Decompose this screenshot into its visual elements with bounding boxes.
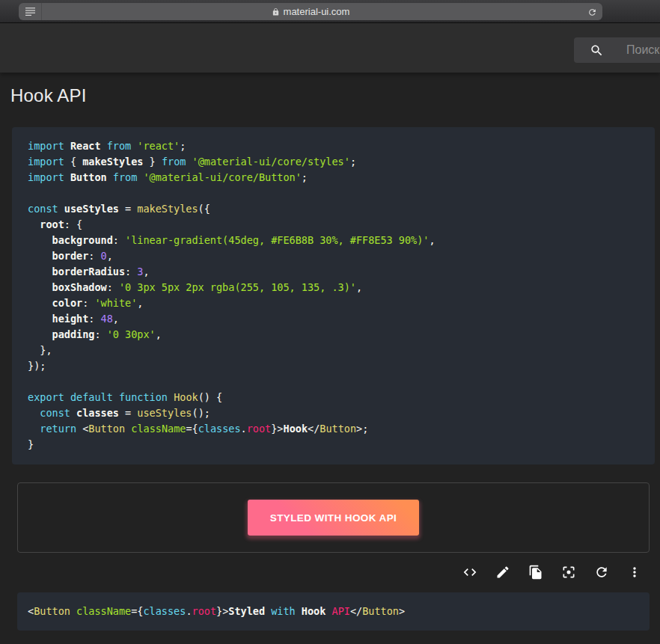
styled-button[interactable]: STYLED WITH HOOK API — [248, 500, 420, 536]
refresh-icon — [594, 565, 609, 580]
lock-icon — [272, 7, 280, 16]
app-bar: Поиск — [0, 23, 660, 73]
page-title: Hook API — [10, 85, 87, 106]
search-box[interactable]: Поиск — [574, 37, 660, 63]
copy-button[interactable] — [528, 564, 543, 580]
show-code-button[interactable] — [462, 564, 477, 580]
code-icon — [462, 564, 477, 580]
demo-container: STYLED WITH HOOK API — [17, 482, 650, 553]
search-icon — [590, 43, 604, 58]
edit-pencil-icon — [495, 565, 510, 580]
focus-button[interactable] — [561, 564, 576, 580]
code-snippet: <Button className={classes.root}>Styled … — [17, 592, 650, 631]
code-block-main: import React from 'react';import { makeS… — [12, 127, 655, 464]
reload-button[interactable] — [585, 5, 599, 19]
center-focus-icon — [561, 565, 576, 580]
url-bar[interactable]: material-ui.com — [19, 3, 602, 20]
edit-button[interactable] — [495, 564, 510, 580]
copy-icon — [528, 565, 543, 580]
more-button[interactable] — [627, 564, 642, 580]
reset-button[interactable] — [594, 564, 609, 580]
search-placeholder: Поиск — [626, 43, 659, 57]
more-vert-icon — [627, 565, 642, 580]
reload-icon — [587, 7, 597, 17]
url-display: material-ui.com — [19, 3, 602, 20]
url-text: material-ui.com — [284, 6, 350, 17]
screen: material-ui.com Поиск Hook API import Re… — [0, 0, 660, 644]
browser-toolbar: material-ui.com — [0, 0, 660, 23]
demo-toolbar — [462, 564, 642, 580]
